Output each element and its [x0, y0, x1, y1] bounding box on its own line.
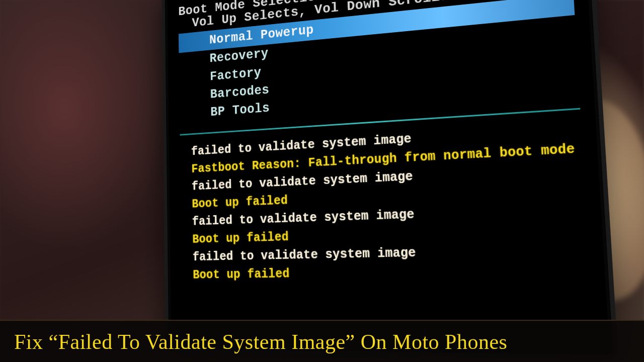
caption-banner: Fix “Failed To Validate System Image” On…: [0, 320, 644, 362]
caption-text: Fix “Failed To Validate System Image” On…: [14, 330, 630, 354]
phone-device: Boot Mode Selection Menu Vol Up Selects,…: [162, 0, 618, 359]
boot-log: failed to validate system image Fastboot…: [180, 119, 591, 284]
bootloader-screen: Boot Mode Selection Menu Vol Up Selects,…: [167, 0, 609, 351]
